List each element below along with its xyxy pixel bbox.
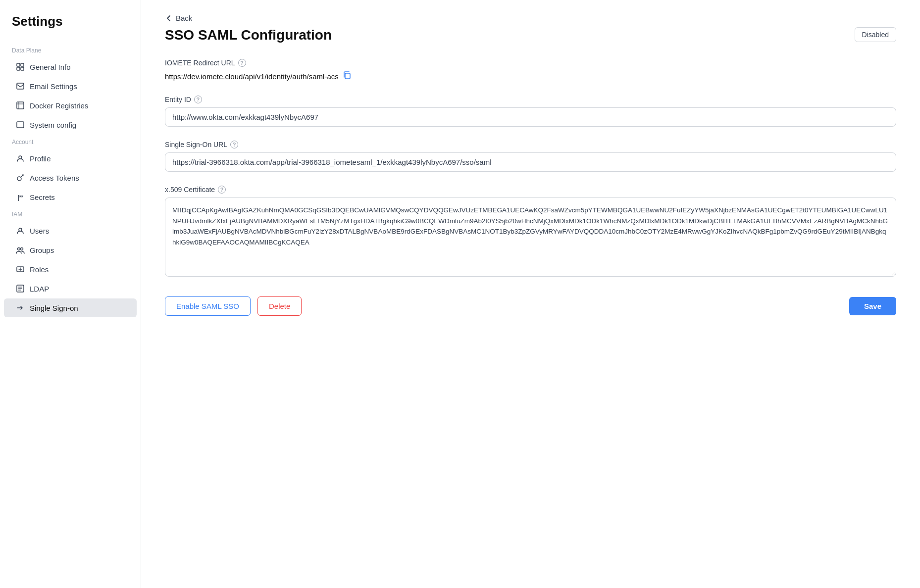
delete-button[interactable]: Delete bbox=[257, 296, 302, 316]
enable-saml-sso-button[interactable]: Enable SAML SSO bbox=[165, 296, 251, 316]
entity-id-section: Entity ID ? bbox=[165, 96, 896, 127]
save-button[interactable]: Save bbox=[849, 297, 896, 315]
svg-rect-2 bbox=[17, 67, 20, 70]
sidebar-title: Settings bbox=[0, 14, 141, 43]
sidebar-item-secrets-label: Secrets bbox=[30, 193, 55, 201]
back-label: Back bbox=[176, 14, 192, 22]
email-icon bbox=[16, 82, 25, 91]
svg-point-12 bbox=[18, 248, 20, 250]
svg-rect-4 bbox=[17, 83, 24, 89]
sidebar-item-ldap[interactable]: LDAP bbox=[4, 279, 137, 298]
single-sign-on-icon bbox=[16, 303, 25, 312]
system-config-icon bbox=[16, 120, 25, 129]
sidebar-section-account: Account bbox=[0, 135, 141, 148]
cert-label: x.509 Certificate ? bbox=[165, 186, 896, 194]
sidebar-item-roles-label: Roles bbox=[30, 265, 49, 274]
svg-point-10 bbox=[17, 177, 21, 181]
sso-url-help-icon: ? bbox=[230, 141, 238, 148]
entity-id-help-icon: ? bbox=[194, 96, 202, 103]
redirect-url-value: https://dev.iomete.cloud/api/v1/identity… bbox=[165, 71, 896, 82]
redirect-url-label: IOMETE Redirect URL ? bbox=[165, 59, 896, 67]
access-tokens-icon bbox=[16, 173, 25, 182]
back-arrow-icon bbox=[165, 14, 173, 22]
svg-rect-3 bbox=[21, 67, 24, 70]
sidebar-item-ldap-label: LDAP bbox=[30, 285, 49, 293]
sidebar-item-single-sign-on-label: Single Sign-on bbox=[30, 304, 78, 312]
cert-help-icon: ? bbox=[218, 186, 226, 194]
sidebar-item-users-label: Users bbox=[30, 227, 49, 235]
sidebar-item-docker-registries[interactable]: Docker Registries bbox=[4, 96, 137, 115]
users-icon bbox=[16, 226, 25, 235]
back-button[interactable]: Back bbox=[165, 14, 192, 22]
copy-redirect-url-icon[interactable] bbox=[343, 71, 352, 82]
entity-id-input[interactable] bbox=[165, 107, 896, 127]
page-title: SSO SAML Configuration bbox=[165, 27, 332, 43]
actions-bar: Enable SAML SSO Delete Save bbox=[165, 296, 896, 316]
cert-section: x.509 Certificate ? bbox=[165, 186, 896, 279]
sidebar-item-secrets[interactable]: |** Secrets bbox=[4, 188, 137, 206]
redirect-url-help-icon: ? bbox=[238, 59, 246, 67]
svg-rect-8 bbox=[17, 122, 24, 128]
sidebar-item-profile-label: Profile bbox=[30, 154, 51, 163]
sso-url-section: Single Sign-On URL ? bbox=[165, 141, 896, 172]
page-header: SSO SAML Configuration Disabled bbox=[165, 27, 896, 43]
profile-icon bbox=[16, 154, 25, 163]
cert-textarea[interactable] bbox=[165, 197, 896, 277]
sidebar-item-email-settings[interactable]: Email Settings bbox=[4, 77, 137, 96]
secrets-icon: |** bbox=[16, 193, 25, 201]
docker-icon bbox=[16, 101, 25, 110]
sidebar-item-access-tokens[interactable]: Access Tokens bbox=[4, 168, 137, 187]
redirect-url-section: IOMETE Redirect URL ? https://dev.iomete… bbox=[165, 59, 896, 82]
actions-left: Enable SAML SSO Delete bbox=[165, 296, 302, 316]
sso-url-input[interactable] bbox=[165, 152, 896, 172]
ldap-icon bbox=[16, 284, 25, 293]
general-info-icon bbox=[16, 62, 25, 71]
entity-id-label: Entity ID ? bbox=[165, 96, 896, 103]
sidebar-item-roles[interactable]: Roles bbox=[4, 260, 137, 279]
sidebar-item-general-info-label: General Info bbox=[30, 63, 71, 71]
sidebar-section-data-plane: Data Plane bbox=[0, 43, 141, 57]
sidebar: Settings Data Plane General Info Email S… bbox=[0, 0, 141, 588]
roles-icon bbox=[16, 265, 25, 274]
sidebar-item-profile[interactable]: Profile bbox=[4, 149, 137, 168]
sidebar-section-iam: IAM bbox=[0, 207, 141, 221]
main-content: Back SSO SAML Configuration Disabled IOM… bbox=[141, 0, 920, 588]
sidebar-item-docker-registries-label: Docker Registries bbox=[30, 101, 88, 110]
groups-icon bbox=[16, 245, 25, 254]
sidebar-item-users[interactable]: Users bbox=[4, 221, 137, 240]
sso-url-label: Single Sign-On URL ? bbox=[165, 141, 896, 148]
sidebar-item-email-settings-label: Email Settings bbox=[30, 82, 77, 91]
sidebar-item-single-sign-on[interactable]: Single Sign-on bbox=[4, 298, 137, 317]
svg-rect-5 bbox=[17, 102, 24, 109]
sidebar-item-groups-label: Groups bbox=[30, 246, 54, 254]
sidebar-item-system-config[interactable]: System config bbox=[4, 115, 137, 134]
svg-rect-1 bbox=[21, 63, 24, 66]
status-badge: Disabled bbox=[855, 27, 896, 42]
sidebar-item-access-tokens-label: Access Tokens bbox=[30, 174, 79, 182]
svg-point-11 bbox=[19, 228, 22, 231]
svg-rect-19 bbox=[345, 73, 350, 79]
svg-rect-0 bbox=[17, 63, 20, 66]
sidebar-item-groups[interactable]: Groups bbox=[4, 241, 137, 259]
svg-point-13 bbox=[21, 248, 23, 250]
sidebar-item-general-info[interactable]: General Info bbox=[4, 57, 137, 76]
svg-point-9 bbox=[19, 156, 22, 159]
sidebar-item-system-config-label: System config bbox=[30, 121, 76, 129]
